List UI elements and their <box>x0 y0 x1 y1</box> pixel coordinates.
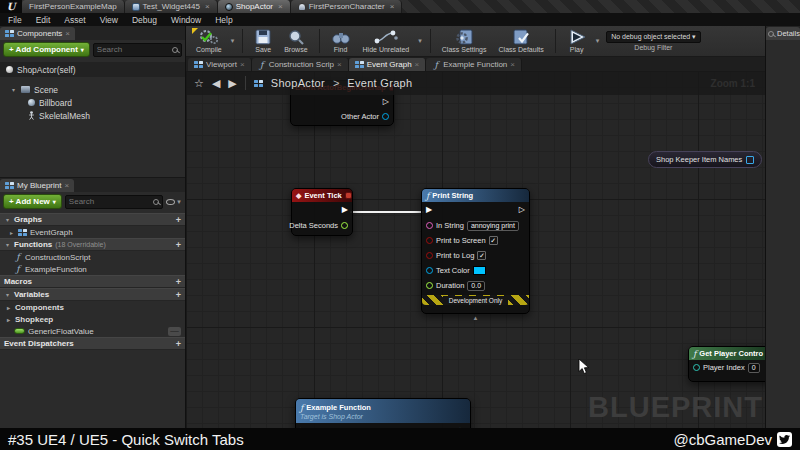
menu-help[interactable]: Help <box>215 15 232 25</box>
expander-icon[interactable]: ▾ <box>4 216 11 223</box>
tab-event-graph[interactable]: Event Graph × <box>349 58 427 71</box>
menu-view[interactable]: View <box>100 15 118 25</box>
tree-item-scene[interactable]: ▾ Scene <box>0 83 185 96</box>
player-index-input[interactable]: 0 <box>748 363 760 373</box>
add-new-button[interactable]: + Add New ▾ <box>3 194 62 209</box>
expander-icon[interactable]: ▾ <box>4 241 11 248</box>
float-pin[interactable] <box>341 222 348 229</box>
tree-item-skeletalmesh[interactable]: SkeletalMesh <box>0 109 185 122</box>
my-blueprint-search[interactable] <box>65 195 163 209</box>
print-to-screen-checkbox[interactable]: ✓ <box>489 236 498 245</box>
tab-viewport[interactable]: Viewport × <box>188 58 252 71</box>
section-graphs[interactable]: ▾ Graphs + <box>0 213 185 226</box>
find-button[interactable]: Find <box>327 28 355 54</box>
menu-file[interactable]: File <box>8 15 22 25</box>
nav-forward-icon[interactable]: ▶ <box>228 77 236 90</box>
expander-icon[interactable]: ▸ <box>5 316 12 323</box>
print-to-log-checkbox[interactable]: ✓ <box>477 251 486 260</box>
category-shopkeep[interactable]: ▸ Shopkeep <box>0 313 185 325</box>
close-icon[interactable]: × <box>337 60 342 69</box>
add-component-button[interactable]: + Add Component ▾ <box>3 42 90 57</box>
expander-icon[interactable]: ▾ <box>4 291 11 298</box>
text-color-swatch[interactable] <box>473 266 486 275</box>
expander-icon[interactable]: ▾ <box>10 86 17 93</box>
my-blueprint-search-input[interactable] <box>69 197 153 206</box>
hide-unrelated-button[interactable]: Hide Unrelated <box>359 28 414 54</box>
chevron-down-icon[interactable]: ▾ <box>595 37 601 45</box>
chevron-down-icon[interactable]: ▾ <box>417 37 423 45</box>
close-icon[interactable]: × <box>278 2 283 11</box>
debug-object-dropdown[interactable]: No debug object selected ▾ <box>606 31 700 43</box>
item-examplefunction[interactable]: ƒ ExampleFunction <box>0 263 185 275</box>
expander-icon[interactable]: ▸ <box>5 304 12 311</box>
duration-input[interactable]: 0.0 <box>467 281 485 291</box>
close-icon[interactable]: × <box>510 60 515 69</box>
visibility-eye-icon[interactable]: ▾ <box>166 196 182 208</box>
float-pin[interactable] <box>426 282 433 289</box>
details-panel-tab[interactable]: Details <box>766 26 800 40</box>
my-blueprint-panel-tab[interactable]: My Blueprint × <box>0 178 185 192</box>
node-get-player-controller[interactable]: ƒ Get Player Contro Player Index 0 <box>688 346 765 382</box>
add-graph-button[interactable]: + <box>176 215 181 225</box>
closed-eye-icon[interactable]: ── <box>168 327 181 336</box>
components-search[interactable] <box>93 43 182 57</box>
close-icon[interactable]: × <box>240 60 245 69</box>
nav-back-icon[interactable]: ◀ <box>212 77 220 90</box>
add-macro-button[interactable]: + <box>176 277 181 287</box>
node-example-function[interactable]: ƒ Example Function Target is Shop Actor … <box>295 398 471 428</box>
add-function-button[interactable]: + <box>176 240 181 250</box>
components-search-input[interactable] <box>97 45 172 54</box>
bool-pin[interactable] <box>426 252 433 259</box>
section-variables[interactable]: ▾ Variables + <box>0 288 185 301</box>
tree-item-billboard[interactable]: Billboard <box>0 96 185 109</box>
exec-out-pin[interactable]: ▶ <box>342 206 348 214</box>
close-icon[interactable]: × <box>205 2 210 11</box>
browse-button[interactable]: Browse <box>280 28 311 54</box>
breadcrumb-root[interactable]: ShopActor <box>271 77 325 89</box>
asset-tab-firstpersoncharacter[interactable]: FirstPersonCharacter × <box>291 0 403 13</box>
chevron-down-icon[interactable]: ▾ <box>230 37 236 45</box>
bool-pin[interactable] <box>426 237 433 244</box>
menu-window[interactable]: Window <box>171 15 201 25</box>
close-icon[interactable]: × <box>390 2 395 11</box>
item-eventgraph[interactable]: ▸ EventGraph <box>0 226 185 238</box>
add-variable-button[interactable]: + <box>176 290 181 300</box>
breadcrumb-current[interactable]: Event Graph <box>347 77 412 89</box>
node-shop-keeper-item-names[interactable]: Shop Keeper Item Names <box>648 151 762 168</box>
asset-tab-firstpersonexamplemap[interactable]: FirstPersonExampleMap <box>22 0 125 13</box>
section-functions[interactable]: ▾ Functions (18 Overridable) + <box>0 238 185 251</box>
menu-asset[interactable]: Asset <box>64 15 85 25</box>
close-icon[interactable]: × <box>415 60 420 69</box>
class-defaults-button[interactable]: Class Defaults <box>495 28 548 54</box>
int-pin[interactable] <box>693 364 700 371</box>
collapse-arrow-icon[interactable]: ▲ <box>473 315 479 321</box>
exec-out-pin[interactable]: ▷ <box>519 206 525 214</box>
add-dispatcher-button[interactable]: + <box>176 339 181 349</box>
close-icon[interactable]: × <box>64 181 69 190</box>
menu-edit[interactable]: Edit <box>36 15 51 25</box>
event-graph-canvas[interactable]: ☆ ◀ ▶ ShopActor > Event Graph Zoom 1:1 B… <box>186 71 765 428</box>
close-icon[interactable]: × <box>65 29 70 38</box>
favorite-star-icon[interactable]: ☆ <box>194 77 204 90</box>
asset-tab-shopactor[interactable]: ShopActor × <box>218 0 291 13</box>
play-button[interactable]: Play <box>563 28 591 54</box>
tab-example-function[interactable]: ƒ Example Function × <box>426 58 522 71</box>
section-macros[interactable]: Macros + <box>0 275 185 288</box>
string-pin[interactable] <box>426 222 433 229</box>
components-panel-tab[interactable]: Components × <box>0 26 185 40</box>
color-pin[interactable] <box>426 267 433 274</box>
menu-debug[interactable]: Debug <box>132 15 157 25</box>
in-string-input[interactable]: annoying print <box>467 221 519 231</box>
save-button[interactable]: Save <box>250 28 276 54</box>
exec-in-pin[interactable]: ▶ <box>426 206 432 214</box>
class-settings-button[interactable]: Class Settings <box>438 28 491 54</box>
exec-out-pin[interactable]: ▷ <box>383 98 389 106</box>
asset-tab-test-widget445[interactable]: Test_Widget445 × <box>125 0 218 13</box>
node-event-tick[interactable]: ◆ Event Tick ▶ Delta Seconds <box>291 188 353 236</box>
section-event-dispatchers[interactable]: Event Dispatchers + <box>0 337 185 350</box>
object-pin[interactable] <box>382 113 389 120</box>
category-components[interactable]: ▸ Components <box>0 301 185 313</box>
tree-item-shopactor-self[interactable]: ShopActor(self) <box>0 62 185 77</box>
expander-icon[interactable]: ▸ <box>8 229 15 236</box>
tab-construction-script[interactable]: ƒ Construction Scrip × <box>252 58 349 71</box>
